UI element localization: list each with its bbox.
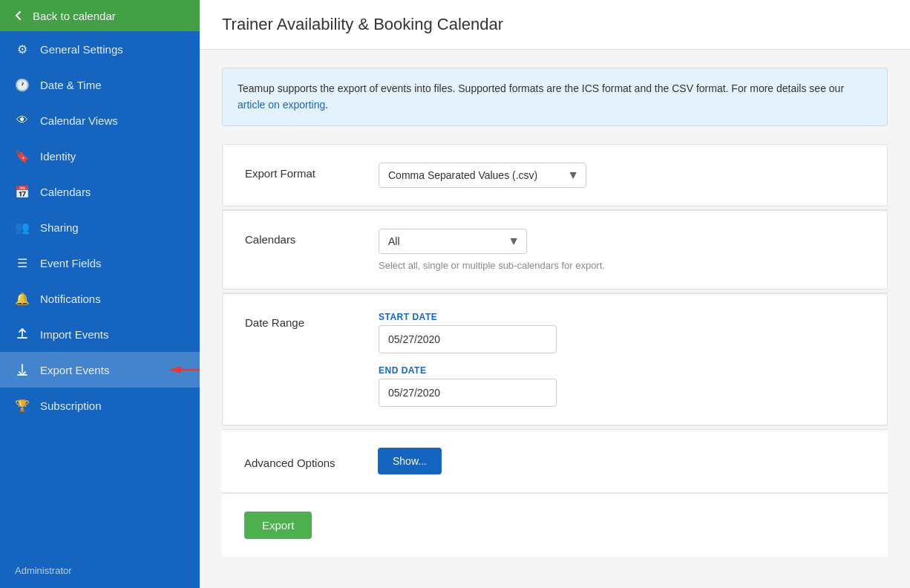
nav-label-identity: Identity [40, 150, 76, 163]
date-range-inner: Date Range START DATE END DATE [245, 312, 865, 407]
nav-label-import-events: Import Events [40, 328, 109, 341]
sidebar-item-event-fields[interactable]: ☰ Event Fields [0, 245, 200, 281]
sidebar-item-date-time[interactable]: 🕐 Date & Time [0, 67, 200, 102]
list-icon: ☰ [15, 255, 30, 270]
sidebar-item-import-events[interactable]: Import Events [0, 316, 200, 352]
advanced-options-row: Advanced Options Show... [222, 430, 888, 493]
content-area: Teamup supports the export of events int… [200, 50, 910, 575]
start-date-input[interactable] [379, 325, 557, 353]
date-range-label: Date Range [245, 312, 356, 329]
page-title: Trainer Availability & Booking Calendar [222, 15, 888, 34]
calendars-section: Calendars All Main Calendar ▼ Select all… [222, 210, 888, 290]
nav-label-export-events: Export Events [40, 364, 109, 376]
upload-icon [15, 327, 30, 342]
export-format-control: Comma Separated Values (.csv) iCalendar … [379, 163, 865, 188]
people-icon: 👥 [15, 220, 30, 235]
calendars-select-wrapper: All Main Calendar ▼ [379, 229, 527, 254]
show-advanced-button[interactable]: Show... [378, 448, 442, 474]
article-link[interactable]: article on exporting [238, 99, 325, 111]
sidebar-item-calendars[interactable]: 📅 Calendars [0, 174, 200, 209]
end-date-label: END DATE [379, 365, 557, 376]
trophy-icon: 🏆 [15, 398, 30, 413]
export-format-row: Export Format Comma Separated Values (.c… [223, 145, 887, 206]
download-icon [15, 362, 30, 377]
export-button-label: Export [262, 519, 294, 532]
calendar-icon: 📅 [15, 184, 30, 199]
sidebar-item-identity[interactable]: 🔖 Identity [0, 138, 200, 174]
calendars-select[interactable]: All Main Calendar [379, 229, 527, 254]
back-button-label: Back to calendar [33, 10, 116, 22]
export-format-select[interactable]: Comma Separated Values (.csv) iCalendar … [379, 163, 586, 188]
end-date-input[interactable] [379, 379, 557, 407]
date-fields: START DATE END DATE [379, 312, 557, 407]
nav-label-general-settings: General Settings [40, 43, 123, 56]
end-date-group: END DATE [379, 365, 557, 407]
export-format-select-wrapper: Comma Separated Values (.csv) iCalendar … [379, 163, 586, 188]
advanced-options-label: Advanced Options [244, 452, 356, 469]
back-arrow-icon [12, 9, 25, 22]
date-range-section: Date Range START DATE END DATE [222, 293, 888, 426]
nav-label-date-time: Date & Time [40, 79, 102, 91]
export-row: Export [222, 494, 888, 557]
nav-label-notifications: Notifications [40, 293, 101, 305]
start-date-group: START DATE [379, 312, 557, 353]
info-text-after-link: . [325, 99, 328, 111]
gear-icon: ⚙ [15, 42, 30, 56]
nav-label-calendars: Calendars [40, 186, 91, 198]
calendars-row: Calendars All Main Calendar ▼ Select all… [223, 211, 887, 289]
calendars-label: Calendars [245, 229, 356, 246]
sidebar-item-sharing[interactable]: 👥 Sharing [0, 209, 200, 245]
sidebar-item-notifications[interactable]: 🔔 Notifications [0, 281, 200, 316]
bell-icon: 🔔 [15, 291, 30, 306]
nav-label-calendar-views: Calendar Views [40, 114, 118, 127]
export-button[interactable]: Export [244, 512, 312, 539]
show-button-label: Show... [393, 455, 427, 467]
sidebar: Back to calendar ⚙ General Settings 🕐 Da… [0, 0, 200, 588]
start-date-label: START DATE [379, 312, 557, 322]
sidebar-item-subscription[interactable]: 🏆 Subscription [0, 388, 200, 423]
clock-icon: 🕐 [15, 77, 30, 92]
eye-icon: 👁 [15, 113, 30, 128]
info-text-before-link: Teamup supports the export of events int… [238, 82, 844, 94]
calendars-help-text: Select all, single or multiple sub-calen… [379, 260, 865, 271]
nav-label-subscription: Subscription [40, 399, 102, 412]
info-box: Teamup supports the export of events int… [222, 68, 888, 126]
sidebar-item-calendar-views[interactable]: 👁 Calendar Views [0, 102, 200, 138]
nav-label-event-fields: Event Fields [40, 257, 102, 270]
back-to-calendar-button[interactable]: Back to calendar [0, 0, 200, 31]
sidebar-item-general-settings[interactable]: ⚙ General Settings [0, 31, 200, 67]
sidebar-navigation: ⚙ General Settings 🕐 Date & Time 👁 Calen… [0, 31, 200, 553]
calendars-control: All Main Calendar ▼ Select all, single o… [379, 229, 865, 271]
sidebar-footer: Administrator [0, 553, 200, 588]
page-header: Trainer Availability & Booking Calendar [200, 0, 910, 50]
export-format-label: Export Format [245, 163, 356, 180]
export-format-section: Export Format Comma Separated Values (.c… [222, 144, 888, 206]
main-content: Trainer Availability & Booking Calendar … [200, 0, 910, 588]
sidebar-item-export-events[interactable]: Export Events [0, 352, 200, 388]
bookmark-icon: 🔖 [15, 148, 30, 163]
nav-label-sharing: Sharing [40, 221, 79, 234]
user-role-label: Administrator [15, 565, 72, 576]
date-range-row: Date Range START DATE END DATE [223, 294, 887, 425]
